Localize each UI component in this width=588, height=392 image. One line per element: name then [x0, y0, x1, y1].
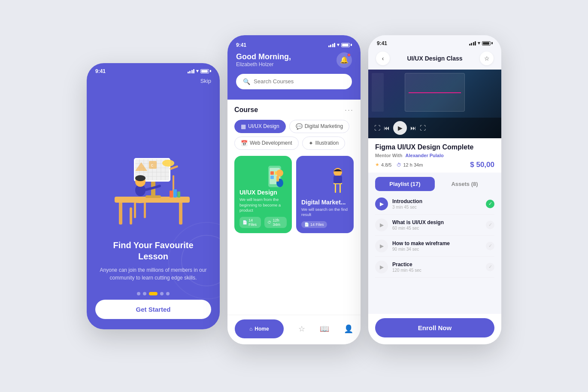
home-body: Course ··· ▦ UI/UX Design 💬 Digital Mark… [227, 100, 361, 315]
pl-play-3[interactable]: ▶ [375, 240, 388, 252]
tab-assets[interactable]: Assets (8) [435, 177, 494, 191]
nav-favorites[interactable]: ☆ [298, 324, 305, 334]
greeting-hello: Good Morning, [236, 52, 291, 61]
greeting-text: Good Morning, Elizabeth Holzer [236, 52, 291, 67]
home-greeting: Good Morning, Elizabeth Holzer 🔔 [236, 52, 352, 68]
search-bar[interactable]: 🔍 [236, 74, 352, 89]
playlist-section: ▶ Introduction 3 min 45 sec ✓ ▶ What is … [368, 191, 501, 314]
pl-play-2[interactable]: ▶ [375, 219, 388, 231]
svg-rect-38 [270, 176, 274, 179]
svg-rect-32 [173, 189, 177, 198]
phones-container: 9:41 ▾ Skip [87, 48, 501, 344]
profile-icon[interactable]: 👤 [344, 324, 353, 334]
courses-icon[interactable]: 📖 [320, 324, 329, 334]
detail-top-bar: ‹ UI/UX Design Class ☆ [368, 48, 501, 70]
expand-icon[interactable]: ⛶ [420, 125, 426, 131]
mentor-info: Mentor With Alexander Pulalo [375, 153, 494, 158]
svg-rect-44 [339, 184, 341, 193]
home-nav-icon: ⌂ [249, 326, 252, 332]
search-icon: 🔍 [243, 78, 250, 85]
dot-2 [143, 292, 146, 295]
pl-play-4[interactable]: ▶ [375, 261, 388, 273]
prev-icon[interactable]: ⏮ [384, 125, 390, 131]
get-started-button[interactable]: Get Started [95, 300, 211, 319]
course-card-uiux[interactable]: UI/UX Design We will learn from the begi… [234, 156, 292, 233]
wifi-icon-2: ▾ [337, 42, 339, 48]
phone-home: 9:41 ▾ Good Morning, Elizabeth Holzer [227, 35, 361, 344]
tag-digital-icon: 💬 [296, 123, 303, 130]
home-nav-btn[interactable]: ⌂ Home [235, 319, 284, 338]
svg-point-30 [131, 199, 149, 203]
status-bar-1: 9:41 ▾ [87, 63, 220, 76]
skip-button[interactable]: Skip [87, 76, 220, 84]
pl-title-3: How to make wireframe [392, 240, 482, 246]
course-card-digital[interactable]: Digital Market... We will search on the … [296, 156, 354, 233]
playlist-item-4[interactable]: ▶ Practice 120 min 45 sec ✓ [375, 257, 494, 278]
pl-play-1[interactable]: ▶ [375, 198, 388, 210]
tag-illustration[interactable]: ✦ Illustration [302, 137, 346, 150]
video-sidebar [372, 73, 384, 112]
tag-uiux-icon: ▦ [241, 123, 246, 130]
playlist-item-1[interactable]: ▶ Introduction 3 min 45 sec ✓ [375, 194, 494, 215]
notification-dot [347, 53, 351, 57]
star-icon: ★ [375, 162, 379, 167]
tag-web-icon: 📅 [241, 140, 248, 146]
tag-digital[interactable]: 💬 Digital Marketing [289, 120, 349, 133]
svg-rect-36 [270, 171, 274, 175]
enroll-button[interactable]: Enroll Now [375, 318, 494, 337]
playlist-item-2[interactable]: ▶ What is UI/UX design 60 min 45 sec ✓ [375, 215, 494, 236]
fullscreen-icon[interactable]: ⛶ [374, 125, 380, 131]
video-controls: ⛶ ⏮ ▶ ⏭ ⛶ [368, 118, 501, 138]
svg-rect-0 [119, 201, 122, 225]
cc2-meta: 📄 14 Files [301, 221, 349, 228]
notification-bell[interactable]: 🔔 [336, 52, 352, 68]
greeting-name: Elizabeth Holzer [236, 61, 291, 67]
nav-home[interactable]: ⌂ Home [235, 319, 284, 338]
pl-dur-2: 60 min 45 sec [392, 226, 482, 231]
rating-info: ★ 4.8/5 [375, 162, 391, 167]
svg-rect-33 [177, 191, 180, 198]
playlist-item-3[interactable]: ▶ How to make wireframe 90 min 34 sec ✓ [375, 236, 494, 257]
course-video[interactable]: ⛶ ⏮ ▶ ⏭ ⛶ [368, 70, 501, 138]
tag-uiux[interactable]: ▦ UI/UX Design [234, 120, 286, 133]
battery-icon-1 [200, 69, 211, 73]
svg-rect-41 [276, 176, 279, 182]
bookmark-button[interactable]: ☆ [480, 52, 494, 65]
file-icon-2: 📄 [304, 222, 309, 227]
onboarding-title: Find Your Favourite Lesson [97, 240, 209, 262]
play-button[interactable]: ▶ [393, 121, 407, 135]
dot-1 [137, 292, 140, 295]
svg-rect-46 [333, 176, 342, 183]
mentor-label: Mentor With [375, 153, 402, 158]
favorites-icon[interactable]: ☆ [298, 324, 305, 334]
detail-page-title: UI/UX Design Class [407, 55, 462, 62]
mentor-name: Alexander Pulalo [406, 153, 444, 158]
signal-icon-2 [328, 43, 336, 47]
clock-icon: ⏱ [267, 220, 271, 225]
pl-check-2: ✓ [486, 221, 494, 229]
tab-playlist[interactable]: Playlist (17) [375, 177, 435, 191]
pl-check-1: ✓ [486, 200, 494, 208]
tag-web-label: Web Development [250, 140, 292, 146]
course-price: $ 50,00 [470, 161, 494, 169]
home-header: 9:41 ▾ Good Morning, Elizabeth Holzer [227, 35, 361, 100]
pl-info-2: What is UI/UX design 60 min 45 sec [392, 219, 482, 231]
time-2: 9:41 [236, 42, 246, 48]
file-icon: 📄 [242, 220, 247, 225]
search-input[interactable] [254, 78, 345, 85]
enroll-wrap: Enroll Now [368, 314, 501, 344]
svg-rect-2 [130, 207, 132, 225]
pl-info-3: How to make wireframe 90 min 34 sec [392, 240, 482, 252]
tag-web[interactable]: 📅 Web Development [234, 137, 299, 150]
phone-onboarding: 9:41 ▾ Skip [87, 63, 220, 329]
back-button[interactable]: ‹ [376, 52, 390, 65]
section-title: Course [234, 106, 258, 114]
more-button[interactable]: ··· [345, 106, 354, 115]
nav-profile[interactable]: 👤 [344, 324, 353, 334]
course-info: Figma UI/UX Design Complete Mentor With … [368, 138, 501, 173]
cc1-duration: ⏱ 12h 34m [264, 217, 287, 228]
next-icon[interactable]: ⏭ [410, 125, 416, 131]
duration-info: ⏱ 12 h 34m [397, 162, 423, 167]
nav-courses[interactable]: 📖 [320, 324, 329, 334]
svg-rect-5 [145, 195, 161, 198]
